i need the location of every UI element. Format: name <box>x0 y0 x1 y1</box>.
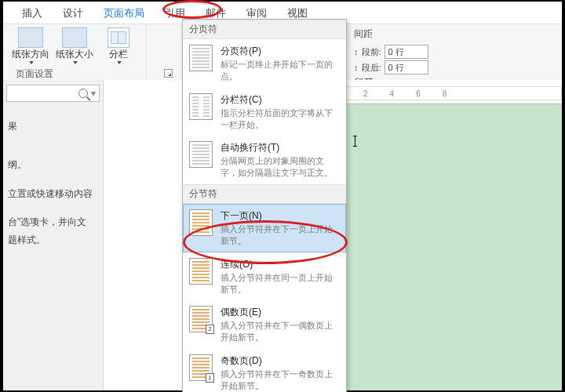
spacing-before-value: 0 行 <box>388 46 404 58</box>
breaks-dropdown-menu: 分页符 分页符(P) 标记一页终止并开始下一页的点。 分栏符(C) 指示分栏符后… <box>182 19 347 392</box>
ruler-tick: 8 <box>443 89 447 98</box>
ruler-tick: 4 <box>390 89 395 98</box>
nav-text-2: 纲。 <box>6 156 100 174</box>
page-setup-dialog-launcher[interactable] <box>164 69 173 78</box>
next-page-icon <box>189 209 213 236</box>
text-wrap-desc: 分隔网页上的对象周围的文字，如分隔题注文字与正文。 <box>221 154 340 179</box>
document-canvas[interactable] <box>347 103 562 390</box>
text-wrap-icon <box>189 141 213 168</box>
column-break-title: 分栏符(C) <box>221 93 340 107</box>
horizontal-ruler[interactable]: 2 4 6 8 <box>339 86 562 100</box>
column-break-icon <box>189 93 213 120</box>
size-label: 纸张大小 <box>56 48 93 61</box>
even-page-desc: 插入分节符并在下一偶数页上开始新节。 <box>221 319 340 343</box>
before-label: 段前: <box>362 46 381 58</box>
orientation-label: 纸张方向 <box>12 48 49 61</box>
column-break-desc: 指示分栏符后面的文字将从下一栏开始。 <box>221 107 340 131</box>
page-breaks-header: 分页符 <box>183 20 346 39</box>
menu-item-page-break[interactable]: 分页符(P) 标记一页终止并开始下一页的点。 <box>183 39 346 88</box>
navigation-pane: ▾ 果 纲。 立置或快速移动内容 台"选项卡，并向文 题样式。 <box>3 80 104 390</box>
columns-label: 分栏 <box>109 48 128 61</box>
page-break-desc: 标记一页终止并开始下一页的点。 <box>221 58 340 82</box>
ruler-tick: 6 <box>416 89 421 98</box>
chevron-down-icon <box>29 61 34 64</box>
ruler-tick: 2 <box>363 89 368 98</box>
tab-design[interactable]: 设计 <box>60 5 86 22</box>
menu-item-continuous[interactable]: 连续(O) 插入分节符并在同一页上开始新节。 <box>183 252 346 301</box>
nav-text-3: 立置或快速移动内容 <box>6 185 100 203</box>
nav-text-4: 台"选项卡，并向文 <box>6 213 100 231</box>
chevron-down-icon <box>117 61 122 64</box>
even-badge: 2 <box>206 325 214 334</box>
line-up-icon: ↕ <box>354 47 359 56</box>
nav-text-5: 题样式。 <box>6 231 100 249</box>
menu-item-next-page[interactable]: 下一页(N) 插入分节符并在下一页上开始新节。 <box>183 204 346 252</box>
text-wrap-title: 自动换行符(T) <box>221 141 340 154</box>
even-page-title: 偶数页(E) <box>221 306 340 319</box>
orientation-button[interactable]: 纸张方向 <box>11 27 50 64</box>
menu-item-odd-page[interactable]: 1 奇数页(D) 插入分节符并在下一奇数页上开始新节。 <box>183 349 346 392</box>
nav-text-1: 果 <box>6 118 100 136</box>
spacing-after-value: 0 行 <box>388 62 404 74</box>
columns-icon <box>108 27 129 48</box>
next-page-desc: 插入分节符并在下一页上开始新节。 <box>221 223 340 247</box>
size-button[interactable]: 纸张大小 <box>55 27 94 64</box>
spacing-before-input[interactable]: 0 行 <box>385 45 428 59</box>
odd-page-title: 奇数页(D) <box>221 354 340 368</box>
orientation-icon <box>18 27 43 48</box>
next-page-title: 下一页(N) <box>221 209 340 223</box>
size-icon <box>62 27 87 48</box>
spacing-after-input[interactable]: 0 行 <box>385 60 428 74</box>
page-break-title: 分页符(P) <box>221 45 340 58</box>
spacing-group: 间距 ↕ 段前: 0 行 ↕ 段后: 0 行 <box>354 27 472 75</box>
spacing-header: 间距 <box>354 27 472 44</box>
after-label: 段后: <box>362 62 381 74</box>
menu-item-even-page[interactable]: 2 偶数页(E) 插入分节符并在下一偶数页上开始新节。 <box>183 300 346 349</box>
line-down-icon: ↕ <box>354 63 359 72</box>
menu-item-column-break[interactable]: 分栏符(C) 指示分栏符后面的文字将从下一栏开始。 <box>183 88 346 136</box>
odd-page-desc: 插入分节符并在下一奇数页上开始新节。 <box>221 368 340 392</box>
search-icon <box>78 89 88 98</box>
chevron-down-icon <box>73 61 78 64</box>
tab-layout[interactable]: 页面布局 <box>100 5 148 22</box>
continuous-icon <box>189 258 213 285</box>
page-setup-group-label: 页面设置 <box>16 67 53 81</box>
odd-badge: 1 <box>206 373 214 383</box>
text-cursor <box>355 136 355 147</box>
tab-insert[interactable]: 插入 <box>19 5 46 22</box>
menu-item-text-wrap-break[interactable]: 自动换行符(T) 分隔网页上的对象周围的文字，如分隔题注文字与正文。 <box>183 136 346 184</box>
continuous-title: 连续(O) <box>221 258 340 271</box>
continuous-desc: 插入分节符并在同一页上开始新节。 <box>221 271 340 296</box>
app-window: 插入 设计 页面布局 引用 邮件 审阅 视图 纸张方向 纸张大小 分栏 <box>3 2 562 390</box>
section-breaks-header: 分节符 <box>183 184 346 204</box>
odd-page-icon: 1 <box>189 354 213 381</box>
search-input[interactable]: ▾ <box>6 85 100 102</box>
page-break-icon <box>189 45 213 71</box>
even-page-icon: 2 <box>189 306 213 332</box>
columns-button[interactable]: 分栏 <box>99 27 138 64</box>
